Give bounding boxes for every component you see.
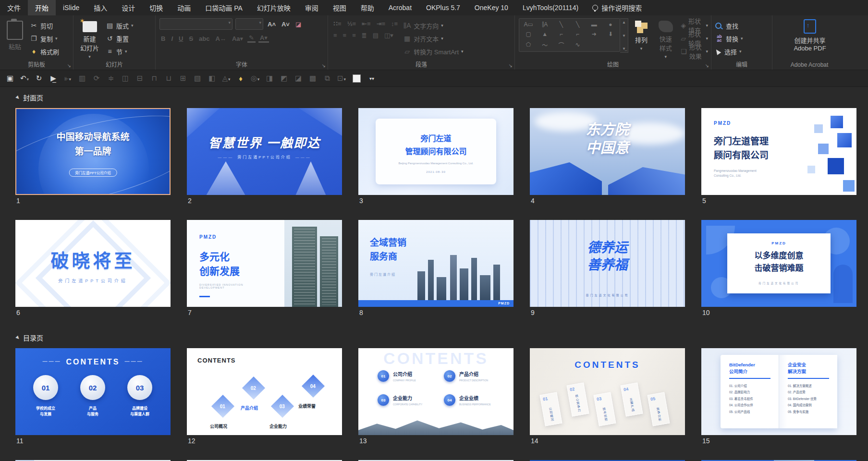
line-spacing-icon[interactable]: ↕≡ xyxy=(390,20,399,27)
bring-forward-icon[interactable]: ◨ xyxy=(263,74,276,83)
tab-help[interactable]: 帮助 xyxy=(354,0,381,15)
select-button[interactable]: 选择▾ xyxy=(715,46,743,57)
slide-thumbnail-10[interactable]: PMZD 以多维度创意击破营销难题 旁门左道文化有限公司 xyxy=(701,220,856,307)
slide-thumbnail-9[interactable]: 德养运善养福 旁门左道文化有限公司 xyxy=(530,220,685,307)
highlight-color-icon[interactable]: ✎ xyxy=(247,34,256,43)
slide-thumbnail-15[interactable]: BitDefender 公司简介 01. 公司介绍 02. 品牌影响力 03. … xyxy=(701,348,856,435)
tab-insert[interactable]: 插入 xyxy=(86,0,114,15)
tab-slideshow[interactable]: 幻灯片放映 xyxy=(250,0,298,15)
merge-shapes-icon[interactable]: ◎▾ xyxy=(249,74,261,83)
tab-onekey[interactable]: OneKey 10 xyxy=(467,0,515,15)
new-slide-button[interactable]: 新建 幻灯片▾ xyxy=(77,18,102,60)
fill-color-swatch[interactable] xyxy=(353,74,361,83)
align-objects-icon[interactable]: ⫦▾ xyxy=(61,74,74,83)
reset-button[interactable]: ↺重置 xyxy=(106,33,134,44)
line2-icon[interactable]: ╲ xyxy=(576,21,579,28)
scribble-icon[interactable]: ∿ xyxy=(575,41,580,48)
text-direction-button[interactable]: ⫼A文字方向▾ xyxy=(403,20,463,31)
layer-down-icon[interactable]: ▩ xyxy=(306,74,319,83)
slide-thumbnail-2[interactable]: 智慧世界 一触即达 旁门左道PPT公司介绍 xyxy=(187,108,342,195)
distribute-horizontal-icon[interactable]: ◫ xyxy=(119,74,132,83)
char-spacing-icon[interactable]: A↔ xyxy=(214,35,227,42)
tab-view[interactable]: 视图 xyxy=(326,0,354,15)
rotate-icon[interactable]: ⟳ xyxy=(90,74,103,83)
slide-thumbnail-4[interactable]: 东方院中国意 xyxy=(530,108,685,195)
tab-animations[interactable]: 动画 xyxy=(170,0,198,15)
start-slideshow-icon[interactable]: ▶̲ xyxy=(47,74,60,83)
send-backward-icon[interactable]: ◩ xyxy=(278,74,290,83)
justify-icon[interactable]: ≣ xyxy=(360,32,368,39)
insert-chart-icon[interactable]: ▥ xyxy=(76,74,88,83)
decrease-font-icon[interactable]: A˅ xyxy=(280,21,291,28)
section-collapse-icon[interactable]: ▶ xyxy=(15,95,21,100)
arrange-button[interactable]: 排列▾ xyxy=(632,18,650,60)
section-collapse-icon[interactable]: ▶ xyxy=(15,335,21,340)
increase-font-icon[interactable]: A˄ xyxy=(266,21,277,28)
tab-okplus[interactable]: OKPlus 5.7 xyxy=(419,0,467,15)
slide-thumbnail-1[interactable]: 中国移动导航系统第一品牌 旁门左道PPT公司介绍 xyxy=(15,108,171,195)
snap-grid-icon[interactable]: ⊞ xyxy=(177,74,189,83)
rectangle-icon[interactable]: ▬ xyxy=(591,21,597,28)
oval-icon[interactable]: ● xyxy=(609,21,612,28)
layer-up-icon[interactable]: ◪ xyxy=(292,74,305,83)
triangle-icon[interactable]: ▲ xyxy=(542,31,548,37)
align-left-icon[interactable]: ≡ xyxy=(332,32,339,39)
tab-review[interactable]: 审阅 xyxy=(298,0,326,15)
font-name-combobox[interactable] xyxy=(159,18,232,30)
font-color-icon[interactable]: A▾ xyxy=(258,34,269,43)
bullets-icon[interactable]: ∷≡ xyxy=(332,20,343,27)
slide-thumbnail-12[interactable]: CONTENTS 01 02 03 04 公司概况 产品介绍 企业能力 业绩荣誉 xyxy=(187,348,342,435)
smartart-button[interactable]: ▱转换为 SmartArt▾ xyxy=(403,46,463,57)
shape-gallery-scrollbar[interactable]: ▲ ▼ ▼̲ xyxy=(620,18,628,53)
clipboard-dialog-launcher[interactable]: ↘ xyxy=(67,63,71,68)
paste-button[interactable]: 粘贴 xyxy=(4,18,26,60)
align-center-icon[interactable]: ≡ xyxy=(342,32,348,39)
tab-islide[interactable]: iSlide xyxy=(56,0,86,15)
section-button[interactable]: ≡节▾ xyxy=(106,46,134,57)
freeform-icon[interactable]: ⬠ xyxy=(526,41,531,48)
slide-thumbnail-11[interactable]: CONTENTS 01学校的成立 与发展 02产品 与服务 03品牌建设 与渠道… xyxy=(15,348,171,435)
font-size-combobox[interactable] xyxy=(235,18,263,30)
underline-icon[interactable]: U xyxy=(177,35,184,42)
textbox-icon[interactable]: A▭ xyxy=(524,21,533,28)
scroll-down-icon[interactable]: ▼ xyxy=(622,34,626,38)
shape-gallery[interactable]: A▭⫿A ╲╲ ▬● ▢▲ ⌐⌐ ➜⬇ ⬠〜 ⌒∿ xyxy=(519,18,620,52)
curve-icon[interactable]: 〜 xyxy=(542,41,548,49)
elbow-connector2-icon[interactable]: ⌐ xyxy=(576,31,579,37)
font-dialog-launcher[interactable]: ↘ xyxy=(322,63,326,68)
slide-thumbnail-6[interactable]: 破晓将至 旁门左道PPT公司介绍 xyxy=(15,220,171,307)
save-icon[interactable]: ▣ xyxy=(4,74,16,83)
section-header-cover[interactable]: ▶ 封面页 xyxy=(16,93,868,102)
slide-thumbnail-8[interactable]: 全域营销服务商 旁门左道介绍 PMZD xyxy=(358,220,513,307)
slide-thumbnail-5[interactable]: PMZD 旁门左道管理顾问有限公司 Pangmenzuodao Manageme… xyxy=(701,108,856,195)
slide-thumbnail-3[interactable]: 旁门左道管理顾问有限公司 Beijing Pangmenzuodao Manag… xyxy=(358,108,513,195)
drawing-dialog-launcher[interactable]: ↘ xyxy=(705,63,709,68)
indent-increase-icon[interactable]: ⇥≡ xyxy=(375,20,387,27)
italic-icon[interactable]: I xyxy=(170,35,174,42)
regroup-icon[interactable]: ◧ xyxy=(206,74,218,83)
format-painter-button[interactable]: ♦格式刷 xyxy=(30,46,59,57)
strikethrough-icon[interactable]: S xyxy=(187,35,195,42)
crop-icon[interactable]: ⧉ xyxy=(321,74,333,83)
replace-button[interactable]: abac替换▾ xyxy=(715,33,743,44)
slide-thumbnail-13[interactable]: CONTENTS 01 公司介绍COMPANY PROFILE 02 产品介绍P… xyxy=(358,348,513,435)
tab-pocket-animation[interactable]: 口袋动画 PA xyxy=(198,0,250,15)
align-top-icon[interactable]: ⊓ xyxy=(148,74,160,83)
slide-thumbnail-14[interactable]: CONTENTS 01公司概况 02核心竞争力 03技术优势 04主要产品 05… xyxy=(530,348,685,435)
group-objects-icon[interactable]: ▧ xyxy=(191,74,204,83)
distribute-icon[interactable]: ▤ xyxy=(371,32,380,39)
flip-shape-icon[interactable]: ◬▾ xyxy=(220,74,232,83)
layout-button[interactable]: ▤版式▾ xyxy=(106,20,134,31)
align-middle-icon[interactable]: ≑ xyxy=(105,74,117,83)
columns-icon[interactable]: ◫▾ xyxy=(383,32,395,39)
tab-home[interactable]: 开始 xyxy=(28,0,56,15)
create-pdf-button[interactable]: 创建并共享 Adobe PDF xyxy=(791,18,829,60)
tell-me-search[interactable]: 操作说明搜索 xyxy=(586,0,648,15)
tab-acrobat[interactable]: Acrobat xyxy=(381,0,419,15)
shape-effects-button[interactable]: ❏形状效果▾ xyxy=(681,46,708,57)
cut-button[interactable]: ✂剪切 xyxy=(30,20,59,31)
elbow-connector-icon[interactable]: ⌐ xyxy=(560,31,563,37)
distribute-vertical-icon[interactable]: ⊟ xyxy=(134,74,146,83)
change-case-icon[interactable]: Aa▾ xyxy=(231,35,245,42)
rounded-rect-icon[interactable]: ▢ xyxy=(526,31,531,37)
